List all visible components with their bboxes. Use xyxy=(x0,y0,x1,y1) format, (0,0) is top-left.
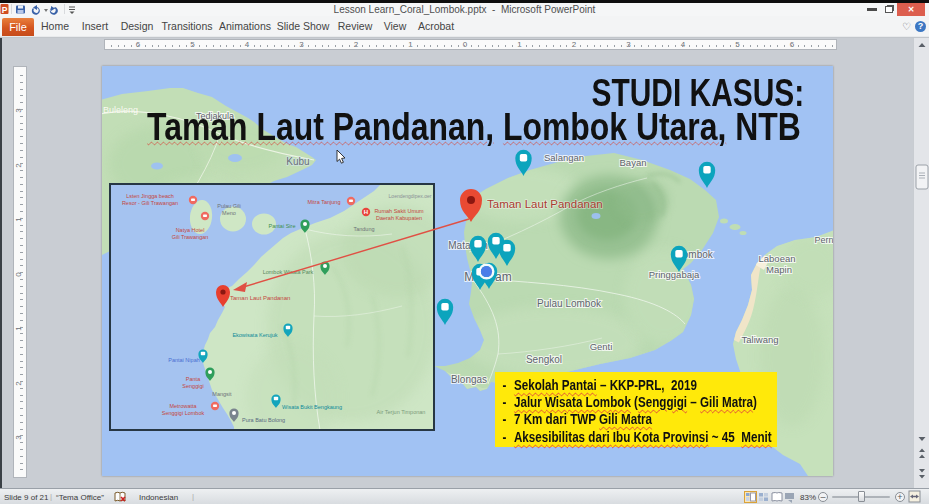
svg-text:Pulau Gili: Pulau Gili xyxy=(217,203,241,209)
svg-text:Daerah Kabupaten: Daerah Kabupaten xyxy=(376,215,422,221)
svg-text:Taman Laut Pandanan: Taman Laut Pandanan xyxy=(230,295,290,301)
svg-text:Mapin: Mapin xyxy=(766,264,792,275)
svg-text:Kubu: Kubu xyxy=(286,156,309,167)
svg-text:Gili Trawangan: Gili Trawangan xyxy=(172,234,209,240)
svg-text:Pantai Nipah: Pantai Nipah xyxy=(168,357,200,363)
svg-text:Loendengdipex.oer: Loendengdipex.oer xyxy=(389,193,432,199)
svg-text:Buleleng: Buleleng xyxy=(103,105,138,115)
svg-text:Senggigi Lombok: Senggigi Lombok xyxy=(162,410,205,416)
svg-text:Ekowisata Kerujuk: Ekowisata Kerujuk xyxy=(232,332,277,338)
svg-text:Senggigi: Senggigi xyxy=(182,383,203,389)
svg-text:Pura Batu Bolong: Pura Batu Bolong xyxy=(242,417,285,423)
svg-text:Salangan: Salangan xyxy=(544,152,584,163)
svg-text:Pantai Sire: Pantai Sire xyxy=(269,223,296,229)
svg-text:Mitra Tanjung: Mitra Tanjung xyxy=(308,199,341,205)
svg-text:Pringgabaja: Pringgabaja xyxy=(649,269,700,280)
svg-text:Taman Laut Pandanan: Taman Laut Pandanan xyxy=(487,198,603,210)
svg-text:Rumah Sakit Umum: Rumah Sakit Umum xyxy=(374,208,424,214)
svg-text:Mangsit: Mangsit xyxy=(212,391,232,397)
svg-text:Air Terjun Timponan: Air Terjun Timponan xyxy=(377,409,426,415)
svg-text:Bayan: Bayan xyxy=(620,157,647,168)
svg-text:H: H xyxy=(364,209,368,215)
svg-text:Lsten Jingga beach: Lsten Jingga beach xyxy=(126,193,174,199)
svg-text:Taliwang: Taliwang xyxy=(742,334,779,345)
svg-text:Metrowatta: Metrowatta xyxy=(169,403,197,409)
svg-text:Resor - Gili Trawangan: Resor - Gili Trawangan xyxy=(122,200,178,206)
svg-text:Pulau Lombok: Pulau Lombok xyxy=(537,298,602,309)
svg-text:Blongas: Blongas xyxy=(451,374,487,385)
svg-text:Meno: Meno xyxy=(222,210,236,216)
svg-text:Laboean: Laboean xyxy=(759,253,796,264)
svg-text:P: P xyxy=(2,5,8,15)
svg-text:Sengkol: Sengkol xyxy=(526,354,562,365)
svg-text:Tandung: Tandung xyxy=(353,226,374,232)
svg-text:Genti: Genti xyxy=(590,341,613,352)
svg-text:Pern: Pern xyxy=(814,235,833,245)
svg-text:Wisata Bukit Bengkaung: Wisata Bukit Bengkaung xyxy=(282,404,342,410)
svg-text:Panta: Panta xyxy=(186,376,201,382)
svg-text:Natya Hotel: Natya Hotel xyxy=(176,227,205,233)
